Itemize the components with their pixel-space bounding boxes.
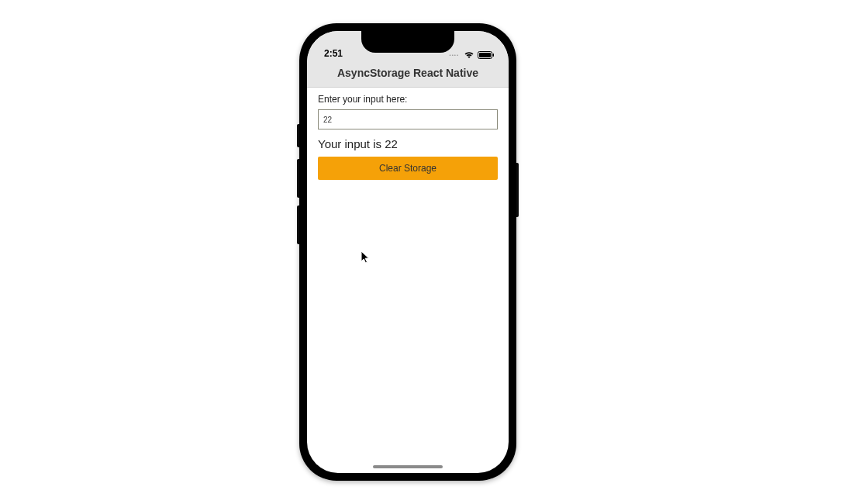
phone-mute-switch [297,124,299,147]
clear-storage-button[interactable]: Clear Storage [318,157,498,180]
phone-notch [361,31,454,53]
wifi-icon [464,51,474,59]
phone-volume-down [297,205,299,244]
phone-frame: 2:51 •••• [299,23,516,481]
app-title: AsyncStorage React Native [337,67,478,79]
phone-power-button [516,163,519,217]
phone-volume-up [297,159,299,198]
text-input[interactable] [318,109,498,129]
app-header: AsyncStorage React Native [307,64,509,88]
output-value: 22 [385,137,398,150]
phone-screen: 2:51 •••• [307,31,509,473]
battery-icon [478,51,495,59]
home-indicator[interactable] [373,465,443,468]
svg-rect-1 [479,53,491,57]
status-right: •••• [450,51,495,62]
status-time: 2:51 [324,48,343,62]
cellular-dots-icon: •••• [450,53,459,57]
input-label: Enter your input here: [318,94,498,105]
output-text: Your input is 22 [318,137,498,150]
svg-rect-2 [493,54,495,57]
app-content: Enter your input here: Your input is 22 … [307,88,509,186]
output-prefix: Your input is [318,137,385,150]
